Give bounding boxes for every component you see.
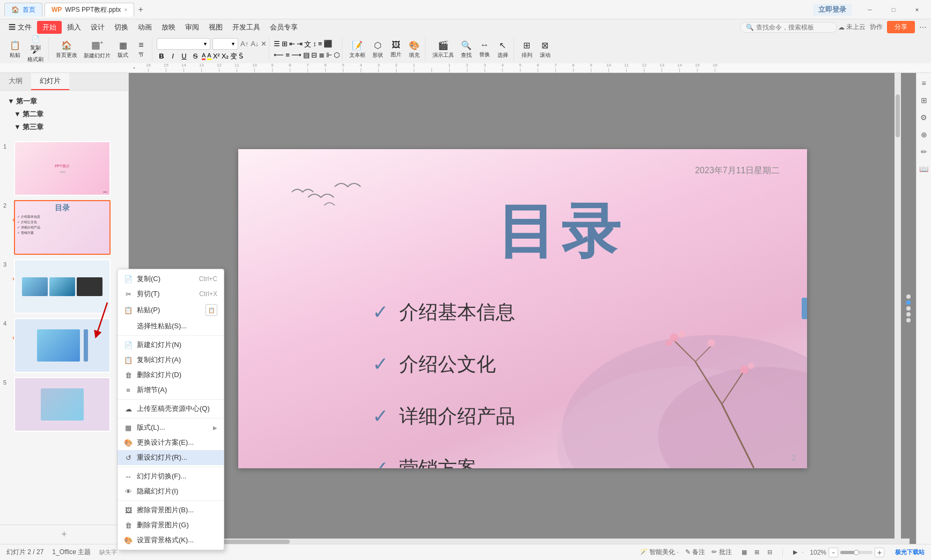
ctx-transition[interactable]: ↔ 幻灯片切换(F)... xyxy=(118,469,224,484)
search-input[interactable] xyxy=(756,24,831,31)
highlight-btn[interactable]: A xyxy=(207,52,211,60)
sidebar-menu-icon[interactable]: ≡ xyxy=(918,77,930,89)
col-btn[interactable]: ⊟ xyxy=(311,51,317,59)
shapes-btn[interactable]: ⬡ 形状 xyxy=(369,39,386,60)
ctx-paste-special[interactable]: 选择性粘贴(S)... xyxy=(118,319,224,334)
superscript-btn[interactable]: X² xyxy=(213,52,220,60)
menu-member[interactable]: 会员专享 xyxy=(266,20,302,34)
page-dot-1[interactable] xyxy=(906,294,911,299)
text-color-btn[interactable]: A xyxy=(202,52,206,60)
grid-view-btn[interactable]: ⊞ xyxy=(751,547,763,558)
ctx-delete-bg[interactable]: 🗑 删除背景图片(G) xyxy=(118,518,224,533)
menu-transition[interactable]: 切换 xyxy=(110,20,133,34)
ctx-erase-bg[interactable]: 🖼 擦除背景图片(B)... xyxy=(118,503,224,518)
ctx-paste[interactable]: 📋 粘贴(P) 📋 xyxy=(118,301,224,319)
ctx-new-slide[interactable]: 📄 新建幻灯片(N) xyxy=(118,337,224,352)
italic-btn[interactable]: I xyxy=(168,52,178,60)
minimize-btn[interactable]: ─ xyxy=(860,3,879,16)
ctx-copy-slide[interactable]: 📋 复制幻灯片(A) xyxy=(118,352,224,367)
canvas-area[interactable]: 2023年7月11日星期二 目录 ✓ 介绍基本信息 ✓ 介绍公文化 ✓ 详细介绍… xyxy=(129,73,916,544)
ctx-upload[interactable]: ☁ 上传至稿壳资源中心(Q) xyxy=(118,401,224,416)
outline-tab[interactable]: 大纲 xyxy=(0,73,31,90)
fill-btn[interactable]: 🎨 填充 xyxy=(406,39,423,60)
ctx-reset-slide[interactable]: ↺ 重设幻灯片(R)... xyxy=(118,450,224,465)
justify-btn[interactable]: ▤ xyxy=(303,51,310,59)
subscript-btn[interactable]: X₂ xyxy=(222,52,229,60)
menu-home[interactable]: 开始 xyxy=(37,21,62,34)
chapter-1[interactable]: ▼ 第一章 xyxy=(4,95,124,108)
close-btn[interactable]: × xyxy=(907,3,927,16)
ctx-bg-format[interactable]: 🎨 设置背景格式(K)... xyxy=(118,533,224,548)
format-painter-btn[interactable]: 🖌 格式刷 xyxy=(25,50,46,60)
indent-left-btn[interactable]: ⇤ xyxy=(289,40,295,49)
chapter-2[interactable]: ▼ 第二章 xyxy=(4,108,124,121)
slide-thumb-2[interactable]: 目录 ✓ 介绍基本信息 ✓ 介绍公文化 ✓ 详细介绍产品 ✓ 营销方案 xyxy=(14,200,111,255)
text-wrap-btn[interactable]: ≡ xyxy=(318,40,322,49)
sidebar-grid-icon[interactable]: ⊞ xyxy=(918,94,930,106)
ctx-delete-slide[interactable]: 🗑 删除幻灯片(D) xyxy=(118,367,224,382)
underline-btn[interactable]: U xyxy=(179,52,189,60)
sidebar-settings-icon[interactable]: ⚙ xyxy=(918,112,930,123)
find-btn[interactable]: 🔍 查找 xyxy=(458,39,475,60)
comment-btn[interactable]: ✎ 备注 xyxy=(685,548,705,557)
smart-shape-btn[interactable]: ⬛ xyxy=(324,40,332,49)
zoom-slider-thumb[interactable] xyxy=(854,550,859,555)
page-dot-4[interactable] xyxy=(906,312,911,316)
more-menu-btn[interactable]: ⋯ xyxy=(919,23,927,32)
menu-slideshow[interactable]: 放映 xyxy=(157,20,180,34)
normal-view-btn[interactable]: ▦ xyxy=(738,547,750,558)
paste-option-1[interactable]: 📋 xyxy=(206,304,217,316)
play-btn[interactable]: ▶ xyxy=(789,547,801,558)
decrease-font-btn[interactable]: A↓ xyxy=(251,40,259,48)
page-dot-2[interactable] xyxy=(906,300,911,305)
bullets-btn[interactable]: ☰ xyxy=(274,40,280,49)
slide-thumb-5[interactable] xyxy=(14,377,111,432)
clear-format-btn[interactable]: ✕ xyxy=(261,40,267,48)
page-dot-5[interactable] xyxy=(906,318,911,322)
vertical-scrollbar[interactable] xyxy=(895,73,901,544)
select-btn[interactable]: ↖ 选择 xyxy=(494,39,511,60)
menu-file[interactable]: ☰ 文件 xyxy=(4,20,36,34)
menu-animation[interactable]: 动画 xyxy=(134,20,156,34)
v-scroll-thumb[interactable] xyxy=(896,94,900,137)
page-dot-3[interactable] xyxy=(906,306,911,311)
layout-btn[interactable]: ▦ 版式 xyxy=(114,39,131,60)
numbering-btn[interactable]: ⊞ xyxy=(282,40,288,49)
menu-insert[interactable]: 插入 xyxy=(63,20,85,34)
screen-record-btn[interactable]: 🎬 演示工具 xyxy=(430,39,457,60)
chapter-3[interactable]: ▼ 第三章 xyxy=(4,121,124,134)
slide-item-2[interactable]: 2 ★ 目录 ✓ 介绍基本信息 ✓ 介绍公文化 ✓ 详细介绍产品 ✓ 营销方案 xyxy=(3,200,125,255)
register-btn[interactable]: 立即登录 xyxy=(813,4,852,16)
slide-title[interactable]: 目录 xyxy=(497,192,626,272)
font-size-select[interactable]: ▼ xyxy=(212,38,238,50)
paste-btn[interactable]: 📋 粘贴 xyxy=(6,39,24,60)
col-indent-btn[interactable]: ⊩ xyxy=(326,51,332,59)
increase-font-btn[interactable]: A↑ xyxy=(240,40,248,48)
indent-right-btn[interactable]: ⇥ xyxy=(297,40,303,49)
menu-review[interactable]: 审阅 xyxy=(181,20,203,34)
menu-developer[interactable]: 开发工具 xyxy=(228,20,265,34)
textbox-btn[interactable]: 📝 文本框 xyxy=(347,39,368,60)
sidebar-add-icon[interactable]: ⊕ xyxy=(918,129,930,141)
new-slide-btn[interactable]: ▦+ 新建幻灯片 xyxy=(81,39,113,60)
ctx-add-section[interactable]: ≡ 新增节(A) xyxy=(118,382,224,397)
maximize-btn[interactable]: □ xyxy=(884,3,903,16)
ctx-copy[interactable]: 📄 复制(C) Ctrl+C xyxy=(118,271,224,286)
canvas-nav-tab[interactable] xyxy=(802,298,807,319)
smart-beauty-btn[interactable]: 🪄 智能美化 · xyxy=(640,548,679,557)
cloud-btn[interactable]: ☁ 未上云 xyxy=(838,23,866,32)
section-btn[interactable]: ≡ 节 xyxy=(133,39,150,60)
home-tab[interactable]: 🏠 首页 xyxy=(4,3,42,17)
slide-item-5[interactable]: 5 xyxy=(3,377,125,432)
zoom-out-btn[interactable]: - xyxy=(829,548,838,557)
zoom-slider[interactable] xyxy=(840,551,873,554)
home-page-btn[interactable]: 🏠 首页更改 xyxy=(53,39,80,60)
align-left-btn[interactable]: ⟵ xyxy=(274,51,284,59)
collab-btn[interactable]: 协作 xyxy=(870,23,883,32)
menu-design[interactable]: 设计 xyxy=(86,20,109,34)
convert-shape-btn[interactable]: ⬡ xyxy=(334,51,340,59)
share-btn[interactable]: 分享 xyxy=(887,21,915,33)
align-right-btn[interactable]: ⟶ xyxy=(291,51,302,59)
arrange-btn[interactable]: ⊞ 排列 xyxy=(518,39,536,60)
horizontal-scrollbar[interactable] xyxy=(129,539,910,544)
